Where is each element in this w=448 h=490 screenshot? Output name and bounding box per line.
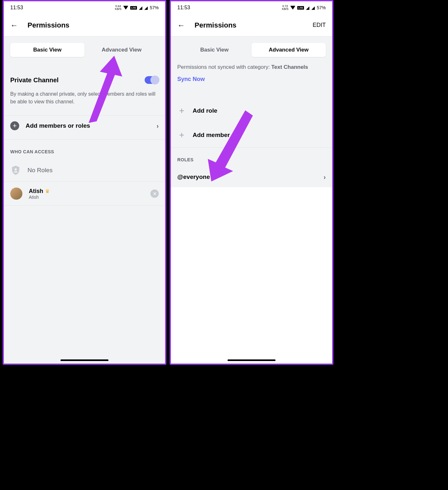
sync-now-button[interactable]: Sync Now xyxy=(177,71,326,83)
shield-icon xyxy=(10,165,21,176)
signal-icon-1: ◢ xyxy=(306,5,309,10)
member-row[interactable]: Atish ♛ Atish ✕ xyxy=(4,181,165,205)
add-role-button[interactable]: + Add role xyxy=(171,99,332,123)
status-bar: 11:53 0.72 KB/S LTE ◢ ◢ 57% xyxy=(171,1,332,14)
tab-advanced-view[interactable]: Advanced View xyxy=(252,43,326,57)
sync-section: Permissions not synced with category: Te… xyxy=(171,63,332,89)
battery-percent: 57% xyxy=(317,5,326,10)
crown-icon: ♛ xyxy=(45,188,50,194)
remove-member-button[interactable]: ✕ xyxy=(150,189,159,198)
member-subtitle: Atish xyxy=(29,195,144,200)
page-title: Permissions xyxy=(195,21,303,29)
everyone-role-row[interactable]: @everyone › xyxy=(171,167,332,187)
status-indicators: 0.72 KB/S LTE ◢ ◢ 57% xyxy=(282,5,326,11)
private-channel-toggle[interactable] xyxy=(145,76,159,84)
battery-percent: 57% xyxy=(150,5,159,10)
private-channel-row: Private Channel xyxy=(10,63,159,87)
content-area: Basic View Advanced View Permissions not… xyxy=(171,36,332,364)
back-arrow-icon[interactable]: ← xyxy=(10,21,18,30)
sync-text: Permissions not synced with category: Te… xyxy=(177,64,308,70)
private-channel-description: By making a channel private, only select… xyxy=(10,87,159,115)
status-time: 11:53 xyxy=(10,5,23,11)
network-speed: 0.72 KB/S xyxy=(282,5,289,11)
avatar-icon xyxy=(10,188,22,200)
chevron-right-icon: › xyxy=(324,173,326,181)
home-indicator[interactable] xyxy=(228,359,276,361)
member-info: Atish ♛ Atish xyxy=(29,188,144,200)
status-indicators: 0.64 KB/S LTE ◢ ◢ 57% xyxy=(115,5,159,11)
svg-point-0 xyxy=(14,168,17,171)
plus-circle-icon: + xyxy=(10,121,19,130)
network-speed: 0.64 KB/S xyxy=(115,5,122,11)
signal-icon-2: ◢ xyxy=(311,5,315,10)
page-title: Permissions xyxy=(28,21,159,29)
status-time: 11:53 xyxy=(177,5,190,11)
status-bar: 11:53 0.64 KB/S LTE ◢ ◢ 57% xyxy=(4,1,165,14)
add-members-roles-button[interactable]: + Add members or roles › xyxy=(4,115,165,136)
empty-area xyxy=(171,187,332,364)
view-tabs: Basic View Advanced View xyxy=(171,36,332,63)
add-members-label: Add members or roles xyxy=(26,122,150,129)
add-member-button[interactable]: + Add member xyxy=(171,123,332,147)
phone-screen-right: 11:53 0.72 KB/S LTE ◢ ◢ 57% ← Permission… xyxy=(170,0,333,365)
private-channel-title: Private Channel xyxy=(10,76,59,84)
tab-basic-view[interactable]: Basic View xyxy=(177,43,252,57)
signal-icon-2: ◢ xyxy=(144,5,148,10)
back-arrow-icon[interactable]: ← xyxy=(177,21,185,30)
chevron-right-icon: › xyxy=(156,122,159,130)
content-area: Basic View Advanced View Private Channel… xyxy=(4,36,165,364)
add-member-label: Add member xyxy=(193,132,326,139)
app-header: ← Permissions EDIT xyxy=(171,14,332,36)
app-header: ← Permissions xyxy=(4,14,165,36)
no-roles-row: No Roles xyxy=(4,159,165,181)
add-role-label: Add role xyxy=(193,107,326,114)
plus-icon: + xyxy=(177,106,186,116)
member-name: Atish xyxy=(29,188,43,195)
signal-icon-1: ◢ xyxy=(139,5,142,10)
lte-icon: LTE xyxy=(130,6,137,10)
view-tabs: Basic View Advanced View xyxy=(4,36,165,63)
wifi-icon xyxy=(290,6,295,10)
lte-icon: LTE xyxy=(297,6,304,10)
tab-advanced-view[interactable]: Advanced View xyxy=(84,43,159,57)
home-indicator[interactable] xyxy=(60,359,108,361)
no-roles-label: No Roles xyxy=(28,167,52,174)
phone-screen-left: 11:53 0.64 KB/S LTE ◢ ◢ 57% ← Permission… xyxy=(3,0,166,365)
everyone-label: @everyone xyxy=(177,173,210,181)
edit-button[interactable]: EDIT xyxy=(313,22,326,28)
tab-basic-view[interactable]: Basic View xyxy=(10,43,84,57)
roles-section: ROLES @everyone › xyxy=(171,147,332,187)
roles-header: ROLES xyxy=(171,148,332,167)
wifi-icon xyxy=(123,6,128,10)
who-can-access-header: WHO CAN ACCESS xyxy=(4,140,165,159)
plus-icon: + xyxy=(177,130,186,140)
